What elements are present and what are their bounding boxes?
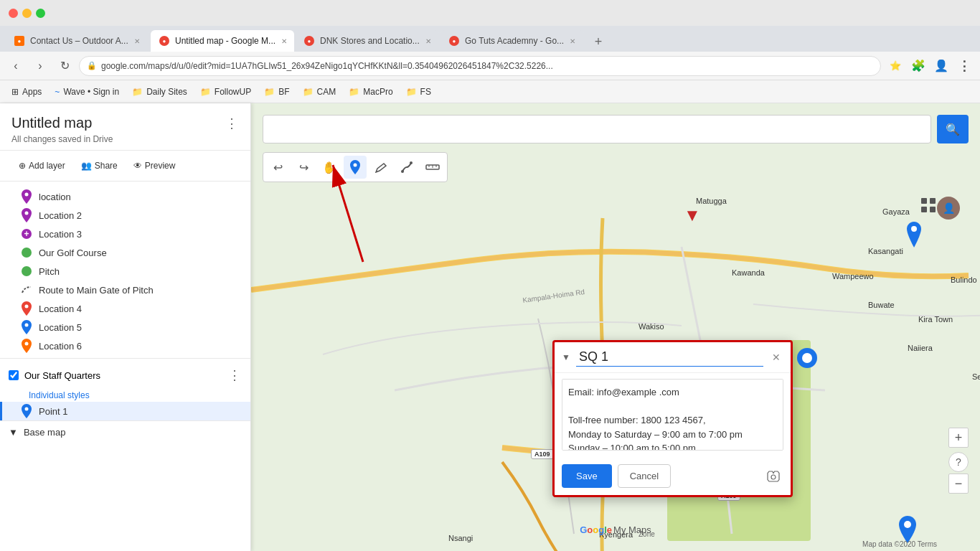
layer-item-point1[interactable]: Point 1 <box>0 402 250 420</box>
hand-tool-button[interactable]: ✋ <box>318 156 341 179</box>
pin-tool-button[interactable] <box>344 156 367 179</box>
svg-text:+: + <box>24 229 29 239</box>
map-search-button[interactable]: 🔍 <box>937 115 969 143</box>
back-button[interactable]: ‹ <box>6 56 26 76</box>
tab-2[interactable]: ● Untitled map - Google M... ✕ <box>151 30 294 52</box>
tab-bar: ● Contact Us – Outdoor A... ✕ ● Untitled… <box>0 26 980 52</box>
share-button[interactable]: 👥 Share <box>74 156 125 175</box>
help-button[interactable]: ? <box>948 452 969 472</box>
preview-button[interactable]: 👁 Preview <box>126 156 183 175</box>
bookmark-apps[interactable]: ⊞ Apps <box>6 83 47 100</box>
maximize-button[interactable] <box>36 9 45 18</box>
bookmark-cam[interactable]: 📁 CAM <box>297 83 342 100</box>
tab-3[interactable]: ● DNK Stores and Locatio... ✕ <box>296 30 439 52</box>
user-profile-button[interactable]: 👤 <box>931 56 951 76</box>
layer-item-golf[interactable]: Our Golf Course <box>0 243 250 262</box>
tab-3-close[interactable]: ✕ <box>425 36 431 46</box>
tab-4-close[interactable]: ✕ <box>570 36 575 46</box>
base-map-label: Base map <box>24 427 66 438</box>
svg-point-9 <box>25 408 29 411</box>
zoom-in-button[interactable]: + <box>948 428 969 448</box>
tab-2-close[interactable]: ✕ <box>281 36 287 46</box>
bookmark-bf[interactable]: 📁 BF <box>258 83 295 100</box>
extensions-button[interactable]: 🧩 <box>908 56 928 76</box>
user-avatar[interactable]: 👤 <box>937 197 960 220</box>
bookmark-fs[interactable]: 📁 FS <box>400 83 437 100</box>
layer-item-location1[interactable]: location <box>0 187 250 206</box>
svg-point-24 <box>802 353 812 363</box>
layer-item-location5[interactable]: Location 5 <box>0 318 250 336</box>
close-button[interactable] <box>9 9 18 18</box>
staff-quarters-section-header: Our Staff Quarters ⋮ <box>0 362 250 389</box>
bookmark-wave[interactable]: ~ Wave • Sign in <box>49 83 125 100</box>
preview-label: Preview <box>145 161 176 171</box>
bookmark-followup[interactable]: 📁 FollowUP <box>194 83 257 100</box>
cancel-button[interactable]: Cancel <box>618 464 671 488</box>
save-button[interactable]: Save <box>562 464 612 488</box>
layer-item-location2[interactable]: Location 2 <box>0 206 250 225</box>
layer-item-location4[interactable]: Location 4 <box>0 299 250 318</box>
add-layer-icon: ⊕ <box>19 161 26 171</box>
map-attribution: Map data ©2020 Terms <box>862 540 937 548</box>
bookmark-star-button[interactable]: ⭐ <box>885 56 905 76</box>
sidebar-header: Untitled map ⋮ All changes saved in Driv… <box>0 103 250 151</box>
layer-label-location4: Location 4 <box>39 303 82 314</box>
more-options-button[interactable]: ⋮ <box>954 56 974 76</box>
tab-1-close[interactable]: ✕ <box>134 36 141 46</box>
popup-chevron-icon[interactable]: ▼ <box>562 352 570 362</box>
route-tool-button[interactable] <box>395 156 418 179</box>
layer-label-golf: Our Golf Course <box>39 248 107 258</box>
destination-marker-right[interactable] <box>905 222 923 253</box>
traffic-lights <box>9 9 45 18</box>
url-bar[interactable]: 🔒 google.com/maps/d/u/0/edit?mid=1UA7hGL… <box>79 56 881 76</box>
add-layer-button[interactable]: ⊕ Add layer <box>11 156 72 175</box>
destination-pin[interactable]: ▼ <box>684 205 701 225</box>
bookmark-macpro[interactable]: 📁 MacPro <box>343 83 398 100</box>
location4-icon <box>20 302 33 315</box>
popup-title-input[interactable] <box>576 348 763 367</box>
info-popup: ▼ ✕ Email: info@example .com Toll-free n… <box>552 340 793 497</box>
popup-description-textarea[interactable]: Email: info@example .com Toll-free numbe… <box>562 379 783 451</box>
bookmark-bf-label: BF <box>278 87 289 97</box>
apps-grid-button[interactable] <box>920 197 937 216</box>
layer-item-route[interactable]: Route to Main Gate of Pitch <box>0 281 250 299</box>
sidebar-more-button[interactable]: ⋮ <box>225 116 239 131</box>
google-logo-g: Google <box>580 524 612 535</box>
a109-badge-4: A109 <box>531 449 554 459</box>
forward-button[interactable]: › <box>30 56 50 76</box>
bookmarks-bar: ⊞ Apps ~ Wave • Sign in 📁 Daily Sites 📁 … <box>0 80 980 103</box>
redo-tool-button[interactable]: ↪ <box>292 156 315 179</box>
new-tab-button[interactable]: + <box>588 32 608 52</box>
camera-icon[interactable] <box>763 466 783 486</box>
map-search-input[interactable] <box>263 115 931 143</box>
popup-close-button[interactable]: ✕ <box>769 350 783 364</box>
layer-item-pitch[interactable]: Pitch <box>0 262 250 281</box>
map-area[interactable]: Matugga Gayaza Kasangati Wampeewo Kawand… <box>251 103 980 551</box>
address-bar: ‹ › ↻ 🔒 google.com/maps/d/u/0/edit?mid=1… <box>0 52 980 80</box>
location5-icon <box>20 321 33 334</box>
base-map-section[interactable]: ▼ Base map <box>0 420 250 443</box>
staff-quarters-checkbox[interactable] <box>9 370 19 380</box>
svg-point-22 <box>904 521 911 528</box>
layer-item-location3[interactable]: + Location 3 <box>0 225 250 243</box>
popup-pin-marker[interactable] <box>796 347 818 371</box>
draw-tool-button[interactable] <box>369 156 392 179</box>
zoom-controls: + ? − <box>948 428 969 494</box>
layer-item-location6[interactable]: Location 6 <box>0 336 250 355</box>
minimize-button[interactable] <box>22 9 32 18</box>
location1-icon <box>20 190 33 203</box>
tab-3-label: DNK Stores and Locatio... <box>320 36 420 46</box>
tab-4[interactable]: ● Go Tuts Academny - Go... ✕ <box>440 30 584 52</box>
bookmark-daily-sites[interactable]: 📁 Daily Sites <box>126 83 193 100</box>
staff-quarters-more-button[interactable]: ⋮ <box>228 367 242 383</box>
refresh-button[interactable]: ↻ <box>55 56 75 76</box>
svg-rect-27 <box>930 198 936 204</box>
svg-point-30 <box>911 226 917 232</box>
undo-tool-button[interactable]: ↩ <box>266 156 289 179</box>
individual-styles-link[interactable]: Individual styles <box>0 389 250 402</box>
main-content: Untitled map ⋮ All changes saved in Driv… <box>0 103 980 551</box>
zoom-out-button[interactable]: − <box>948 474 969 494</box>
ruler-tool-button[interactable] <box>421 156 444 179</box>
search-icon: 🔍 <box>946 123 960 136</box>
tab-1[interactable]: ● Contact Us – Outdoor A... ✕ <box>6 30 149 52</box>
